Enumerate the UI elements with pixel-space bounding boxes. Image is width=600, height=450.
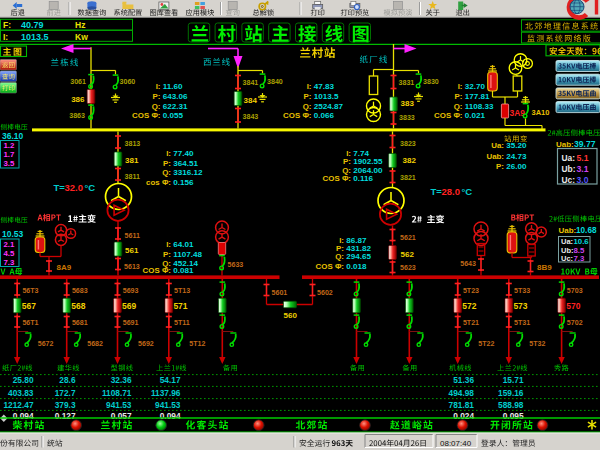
svg-text:1013.5: 1013.5 <box>21 32 49 42</box>
svg-text:3830: 3830 <box>423 78 439 86</box>
svg-text:25.80: 25.80 <box>13 375 34 385</box>
svg-text:Uab:: Uab: <box>559 226 577 235</box>
svg-text:3831: 3831 <box>399 79 415 87</box>
svg-text:2.1: 2.1 <box>4 240 16 249</box>
svg-text:5T31: 5T31 <box>514 319 530 327</box>
svg-text:56T3: 56T3 <box>22 287 38 295</box>
svg-text:5T13: 5T13 <box>174 287 190 295</box>
svg-text:5T23: 5T23 <box>463 287 479 295</box>
svg-text:382: 382 <box>403 156 417 165</box>
svg-text:1.7: 1.7 <box>4 150 15 159</box>
svg-text:5703: 5703 <box>567 287 583 295</box>
svg-text:5681: 5681 <box>72 319 88 327</box>
svg-text:Q:: Q: <box>162 168 171 177</box>
svg-text:383: 383 <box>401 99 415 108</box>
svg-text:P:: P: <box>304 92 312 101</box>
svg-text:56T1: 56T1 <box>22 319 38 327</box>
svg-text:5601: 5601 <box>272 289 288 297</box>
svg-text:I:: I: <box>3 32 8 42</box>
svg-text:COS Φ:: COS Φ: <box>283 111 311 120</box>
svg-text:3.1: 3.1 <box>577 164 589 174</box>
svg-text:28.0: 28.0 <box>442 186 461 197</box>
svg-text:0.094: 0.094 <box>13 411 34 421</box>
svg-text:54.17: 54.17 <box>160 375 181 385</box>
svg-text:5692: 5692 <box>138 340 154 348</box>
svg-text:Ua:: Ua: <box>561 237 573 246</box>
svg-text:781.81: 781.81 <box>449 400 475 410</box>
svg-text:3061: 3061 <box>70 78 86 86</box>
svg-text:5613: 5613 <box>124 263 140 271</box>
svg-text:COS Φ:: COS Φ: <box>434 111 462 120</box>
svg-text:P:: P: <box>163 159 171 168</box>
svg-text:Uab:: Uab: <box>486 152 504 161</box>
svg-text:11.60: 11.60 <box>163 82 183 91</box>
svg-text:562: 562 <box>401 250 415 259</box>
svg-text:Ub:: Ub: <box>562 164 576 174</box>
svg-text:1212.47: 1212.47 <box>4 400 34 410</box>
svg-text:494.98: 494.98 <box>449 388 475 398</box>
svg-text:3823: 3823 <box>400 140 416 148</box>
svg-text:3841: 3841 <box>243 79 259 87</box>
svg-text:0.057: 0.057 <box>111 411 132 421</box>
svg-text:4.5: 4.5 <box>4 249 16 258</box>
svg-text:0.127: 0.127 <box>55 411 76 421</box>
svg-text:159.16: 159.16 <box>498 388 524 398</box>
svg-text:08:07:40: 08:07:40 <box>440 439 472 448</box>
svg-text:Ua:: Ua: <box>562 153 576 163</box>
svg-text:P:: P: <box>496 162 504 171</box>
svg-text:5682: 5682 <box>87 340 103 348</box>
svg-text:941.53: 941.53 <box>155 400 181 410</box>
svg-text:1013.5: 1013.5 <box>314 92 339 101</box>
svg-text:1.2: 1.2 <box>4 141 16 150</box>
svg-text:364.51: 364.51 <box>173 159 198 168</box>
svg-text:P:: P: <box>153 92 161 101</box>
svg-text:172.7: 172.7 <box>55 388 76 398</box>
svg-text:573: 573 <box>513 301 527 311</box>
svg-text:32.0: 32.0 <box>65 182 84 193</box>
svg-text:5T11: 5T11 <box>174 319 190 327</box>
svg-text:5683: 5683 <box>72 287 88 295</box>
svg-text:5602: 5602 <box>317 289 333 297</box>
svg-text:7.3: 7.3 <box>4 258 16 267</box>
svg-text:1137.96: 1137.96 <box>151 388 181 398</box>
svg-text:35.20: 35.20 <box>506 141 527 150</box>
svg-text:Q:: Q: <box>152 102 161 111</box>
svg-text:560: 560 <box>284 311 298 320</box>
svg-text:26.00: 26.00 <box>506 162 527 171</box>
svg-text:°C: °C <box>462 186 473 197</box>
svg-text:Q:: Q: <box>303 102 312 111</box>
svg-text:5T33: 5T33 <box>514 287 530 295</box>
svg-text:5T22: 5T22 <box>478 340 494 348</box>
svg-text:5621: 5621 <box>400 234 416 242</box>
svg-text:64.01: 64.01 <box>173 240 194 249</box>
svg-text:Uc:: Uc: <box>562 175 576 185</box>
svg-text:384: 384 <box>244 96 258 105</box>
svg-text:5691: 5691 <box>123 319 139 327</box>
svg-text:5643: 5643 <box>460 260 476 268</box>
svg-text:386: 386 <box>71 95 85 104</box>
svg-text:3863: 3863 <box>69 112 85 120</box>
svg-text:I:: I: <box>166 240 171 249</box>
svg-text:5693: 5693 <box>123 287 139 295</box>
svg-text:Q:: Q: <box>454 102 463 111</box>
svg-text:8.5: 8.5 <box>574 246 586 255</box>
svg-text:5633: 5633 <box>228 261 244 269</box>
svg-text:24.73: 24.73 <box>506 152 527 161</box>
svg-text:I:: I: <box>166 149 171 158</box>
svg-text:77.40: 77.40 <box>173 149 194 158</box>
svg-text:Kw: Kw <box>75 32 88 42</box>
svg-text:P:: P: <box>455 92 463 101</box>
svg-text:COS Φ:: COS Φ: <box>316 262 344 271</box>
svg-text:47.83: 47.83 <box>314 82 335 91</box>
svg-text:COS Φ:: COS Φ: <box>323 174 351 183</box>
svg-text:I:: I: <box>156 82 161 91</box>
svg-text:I:: I: <box>307 82 312 91</box>
svg-text:0.055: 0.055 <box>163 111 184 120</box>
svg-text:294.65: 294.65 <box>346 252 371 261</box>
svg-text:36.10: 36.10 <box>2 131 24 141</box>
svg-text:1107.48: 1107.48 <box>173 250 202 259</box>
svg-text:40.79: 40.79 <box>21 20 44 30</box>
svg-text:3813: 3813 <box>125 140 141 148</box>
svg-text:5623: 5623 <box>400 264 416 272</box>
svg-text:0.018: 0.018 <box>346 262 367 271</box>
